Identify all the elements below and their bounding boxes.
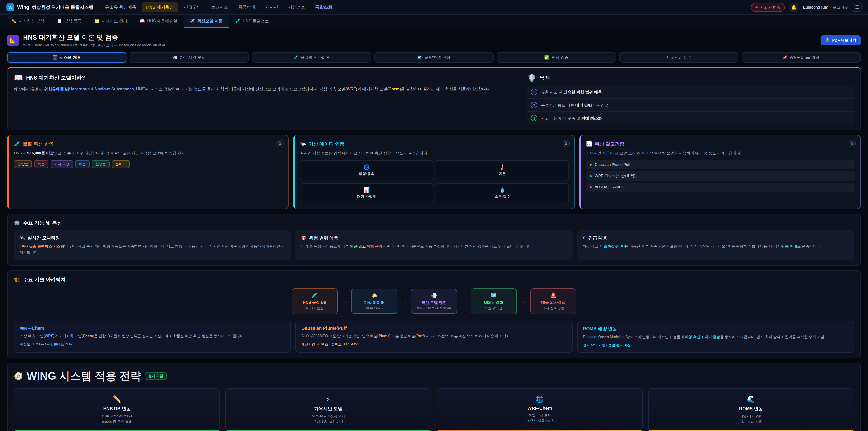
globe-icon: 🌐: [442, 395, 638, 403]
thermometer-icon: 🌡️: [438, 164, 567, 170]
nav-item-rescue[interactable]: 긴급구난: [179, 2, 206, 12]
nav-item-reports[interactable]: 보고자료: [206, 2, 232, 12]
plane-icon: ✈️: [190, 19, 195, 24]
nav-item-weather[interactable]: 기상정보: [283, 2, 310, 12]
weather-icon: 🌤️: [300, 141, 306, 147]
feature-realtime-monitoring: 🛰️ 실시간 모니터링 'HNS 유출 블랙박스 시스템'과 같이 사고 즉시 …: [14, 230, 291, 260]
brand-logo-icon: W: [6, 3, 14, 11]
stability-tile: 📊 대기 안정도: [300, 183, 433, 203]
tech-details: WRF-Chem 기상 예측 모델(WRF)과 대기화학 모델(Chem)을 결…: [14, 321, 854, 353]
wind-tile: 🌀 풍향·풍속: [300, 160, 433, 180]
tab-substance-scenarios[interactable]: 🧪 물질별 시나리오: [252, 52, 371, 63]
page-title: HNS 대기확산 모델 이론 및 검증: [23, 33, 166, 42]
substance-properties-card: 🧪 물질 특성 반영 1 HNS는 약 6,000종 이상으로, 종류가 매우 …: [7, 135, 289, 209]
pencil-icon: ✏️: [19, 395, 215, 403]
logout-button[interactable]: 로그아웃: [833, 5, 848, 10]
purpose-list: 1 유출 사고 시 신속한 위험 범위 예측 2 독성물질 농도 기반 대피 명…: [527, 86, 854, 125]
bolt-icon: ⚡: [665, 55, 668, 60]
target-icon: 🎯: [301, 235, 306, 241]
flow-model-engine: 💨 확산 모델 엔진 WRF-Chem / Gaussian: [411, 288, 457, 314]
feature-text: 대기 중 독성물질 농도에 따른 안전/경고/위험 구역을 AEGL·ERPG …: [301, 243, 567, 249]
wave-icon: 🌊: [653, 395, 849, 403]
nav-item-oil-spill[interactable]: 유출유 확산예측: [101, 2, 141, 12]
subnav-analysis-list[interactable]: 📋 분석 목록: [51, 15, 87, 28]
tab-system-overview[interactable]: 🖥️ 시스템 개요: [7, 52, 126, 63]
menu-icon[interactable]: ☰: [852, 3, 862, 12]
tab-marine-correction[interactable]: 🌊 해양환경 보정: [374, 52, 493, 63]
subnav-hns-substance-info[interactable]: 🧪 HNS 물질정보: [229, 15, 274, 28]
temperature-tile: 🌡️ 기온: [436, 160, 569, 180]
building-icon: 🏗️: [14, 277, 20, 282]
chart-up-icon: 📈: [586, 141, 592, 147]
tag-specific-gravity: 비중: [75, 160, 90, 168]
weather-tiles: 🌀 풍향·풍속 🌡️ 기온 📊 대기 안정도 💧 습도·강수: [300, 160, 569, 203]
architecture-section: 🏗️ 주요 기술 아키텍처 🧪 HNS 물질 DB 6,000+ 물질 → 🌤️…: [7, 270, 861, 359]
book-icon: 📖: [140, 19, 145, 24]
notification-bell-icon[interactable]: 🔔: [789, 3, 798, 12]
subnav-analysis[interactable]: ✏️ 대기확산 분석: [5, 15, 50, 28]
main-content: 📖 HNS 대기확산 모델이란? 해상에서 유출된 위험유해물질(Hazardo…: [0, 67, 868, 431]
brand[interactable]: W Wing 해양환경 위기대응 통합시스템: [6, 3, 93, 11]
tab-wrfchem-evolution[interactable]: 🚀 WRF-Chem발전: [742, 52, 861, 63]
number-badge: 1: [531, 89, 537, 95]
tag-reactivity: 반응성: [92, 160, 110, 168]
tab-realtime-comparison[interactable]: ⚡ 실시간 비교: [619, 52, 738, 63]
nav-item-integrated-search[interactable]: 통합조회: [311, 2, 337, 12]
satellite-icon: 🛰️: [20, 235, 25, 241]
shield-icon: 🛡️: [527, 73, 536, 82]
flask-icon: 🧪: [14, 141, 20, 147]
progress-bar: [437, 430, 642, 431]
wave-icon: 🌊: [418, 55, 423, 60]
brand-title: 해양환경 위기대응 통합시스템: [32, 4, 93, 10]
arrow-icon: →: [342, 298, 347, 304]
wind-icon: 💨: [173, 55, 178, 60]
main-menu: 유출유 확산예측 HNS·대기확산 긴급구난 보고자료 항공탐색 게시판 기상정…: [101, 2, 337, 12]
current-implementation-badge: 현재 구현: [145, 372, 167, 380]
algo-gaussian: Gaussian Plume/Puff: [586, 160, 855, 169]
flow-gis-visualization: 🗺️ GIS 시각화 오염 구역 맵: [471, 288, 517, 314]
arrow-icon: →: [521, 298, 526, 304]
tab-gaussian-model[interactable]: 💨 가우시안 모델: [129, 52, 249, 63]
pdf-export-button[interactable]: 🖨️ PDF 내보내기: [820, 35, 861, 45]
flow-decision: 🚨 대응 의사결정 대피·방제 명령: [530, 288, 577, 314]
bullet-icon: [590, 164, 592, 166]
algo-wrfchem: WRF-Chem (기상+화학): [586, 171, 855, 181]
feature-text: 'HNS 유출 블랙박스 시스템'과 같이 사고 즉시 확산 방향과 농도를 예…: [20, 243, 285, 255]
card-description: HNS는 약 6,000종 이상으로, 종류가 매우 다양합니다. 각 물질의 …: [14, 150, 283, 156]
subnav-model-theory[interactable]: ✈️ 확산모델 이론: [184, 15, 228, 28]
folder-icon: 🗂️: [94, 19, 99, 24]
tech-wrfchem: WRF-Chem 기상 예측 모델(WRF)과 대기화학 모델(Chem)을 결…: [14, 321, 291, 353]
strategy-roms: 🌊 ROMS 연동 해양-대기 결합 장기 모의 지원: [648, 388, 854, 431]
key-features-section: ⚙️ 주요 기능 및 특징 🛰️ 실시간 모니터링 'HNS 유출 블랙박스 시…: [7, 214, 861, 266]
tag-vaporization: 기화 특성: [51, 160, 73, 168]
strategy-hns-db: ✏️ HNS DB 연동 CHRIS/CAMEO DB 6,000+종 물질 검…: [14, 388, 220, 431]
rocket-icon: 🚀: [783, 55, 787, 60]
incident-status-badge[interactable]: 사고 진행중: [751, 3, 785, 12]
droplet-icon: 💧: [438, 187, 567, 193]
algorithm-list: Gaussian Plume/Puff WRF-Chem (기상+화학) ALO…: [586, 160, 855, 192]
chart-icon: 📊: [302, 187, 431, 193]
sub-navigation: ✏️ 대기확산 분석 📋 분석 목록 🗂️ 시나리오 관리 📖 HNS 대응매뉴…: [0, 15, 868, 29]
nav-item-hns-dispersion[interactable]: HNS·대기확산: [142, 2, 178, 12]
nav-item-board[interactable]: 게시판: [260, 2, 283, 12]
tab-model-validation[interactable]: ✅ 모델 검증: [497, 52, 616, 63]
incident-dot-icon: [755, 6, 758, 8]
strategy-title: WING 시스템 적용 전략: [27, 369, 141, 383]
nav-item-air-search[interactable]: 항공탐색: [234, 2, 260, 12]
subnav-hns-manual[interactable]: 📖 HNS 대응매뉴얼: [134, 15, 183, 28]
intro-section: 📖 HNS 대기확산 모델이란? 해상에서 유출된 위험유해물질(Hazardo…: [7, 67, 861, 130]
algo-aloha: ALOHA / CAMEO: [586, 183, 855, 192]
topnav-right: 사고 진행중 🔔 Eunjeong Kim 로그아웃 ☰: [751, 3, 862, 12]
tag-toxicity: 독성: [34, 160, 49, 168]
subnav-scenario-management[interactable]: 🗂️ 시나리오 관리: [88, 15, 133, 28]
property-tags: 증발율 독성 기화 특성 비중 반응성 용해도: [14, 160, 283, 168]
architecture-flow: 🧪 HNS 물질 DB 6,000+ 물질 → 🌤️ 기상 데이터 KMA / …: [14, 288, 854, 314]
flask-icon: 🧪: [293, 55, 298, 60]
arrow-icon: →: [401, 298, 407, 304]
top-navigation: W Wing 해양환경 위기대응 통합시스템 유출유 확산예측 HNS·대기확산…: [0, 0, 868, 15]
algorithm-card: 📈 확산 알고리즘 3 가우시안 플룸/퍼프 모델 또는 WRF-Chem 수치…: [579, 135, 861, 209]
flow-weather-data: 🌤️ 기상 데이터 KMA / AWS: [351, 288, 397, 314]
wind-icon: 🌀: [302, 164, 431, 170]
map-icon: 🗺️: [475, 293, 512, 298]
incident-label: 사고 진행중: [760, 5, 780, 10]
